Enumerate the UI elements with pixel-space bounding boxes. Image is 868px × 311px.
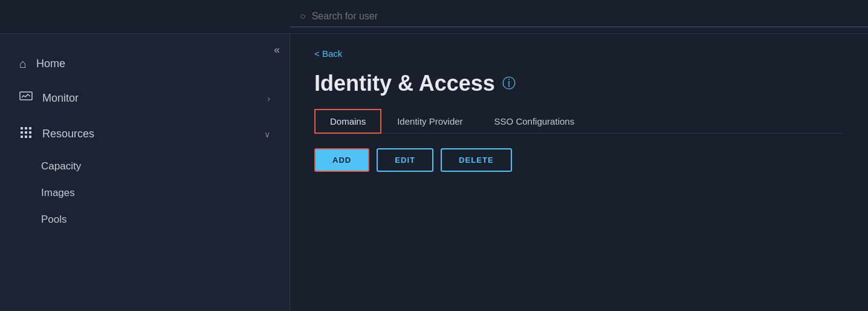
monitor-icon [19, 90, 33, 106]
sidebar-item-pools[interactable]: Pools [0, 206, 290, 233]
tab-identity-provider[interactable]: Identity Provider [381, 109, 478, 134]
sidebar-item-resources[interactable]: Resources ∨ [0, 117, 290, 151]
delete-button[interactable]: DELETE [441, 148, 512, 172]
svg-rect-3 [29, 127, 31, 129]
actions-row: ADD EDIT DELETE [314, 148, 844, 172]
resources-icon [19, 126, 33, 142]
header: ○ [0, 0, 868, 34]
svg-rect-7 [21, 136, 23, 138]
sidebar-nav: ⌂ Home Monitor › [0, 39, 290, 243]
sidebar: « ⌂ Home Monitor › [0, 34, 290, 311]
sidebar-item-home-label: Home [36, 57, 65, 70]
tab-domains[interactable]: Domains [314, 109, 381, 134]
resources-arrow-icon: ∨ [264, 129, 270, 139]
svg-rect-4 [21, 131, 23, 134]
svg-rect-5 [25, 131, 27, 134]
sidebar-item-images[interactable]: Images [0, 180, 290, 206]
sidebar-item-resources-label: Resources [42, 128, 94, 140]
page-title: Identity & Access [314, 71, 495, 96]
svg-rect-1 [21, 127, 23, 129]
monitor-arrow-icon: › [267, 94, 270, 103]
sidebar-item-monitor-label: Monitor [42, 92, 79, 105]
resources-sub-items: Capacity Images Pools [0, 153, 290, 233]
home-icon: ⌂ [19, 57, 27, 71]
back-link[interactable]: < Back [314, 48, 844, 59]
svg-rect-8 [25, 136, 27, 138]
page-title-row: Identity & Access ⓘ [314, 71, 844, 96]
main-layout: « ⌂ Home Monitor › [0, 34, 868, 311]
sidebar-item-home[interactable]: ⌂ Home [0, 48, 290, 79]
sidebar-item-monitor[interactable]: Monitor › [0, 82, 290, 115]
search-icon: ○ [300, 11, 306, 22]
tabs-row: Domains Identity Provider SSO Configurat… [314, 108, 844, 134]
sidebar-item-capacity[interactable]: Capacity [0, 153, 290, 180]
svg-rect-2 [25, 127, 27, 129]
svg-rect-6 [29, 131, 31, 134]
svg-rect-9 [29, 136, 31, 138]
edit-button[interactable]: EDIT [377, 148, 433, 172]
info-icon[interactable]: ⓘ [502, 74, 516, 93]
content-area: < Back Identity & Access ⓘ Domains Ident… [290, 34, 868, 311]
tab-sso-configurations[interactable]: SSO Configurations [479, 109, 591, 134]
search-bar: ○ [290, 6, 868, 27]
sidebar-collapse-button[interactable]: « [274, 44, 280, 56]
search-input[interactable] [312, 11, 858, 22]
add-button[interactable]: ADD [314, 148, 369, 172]
